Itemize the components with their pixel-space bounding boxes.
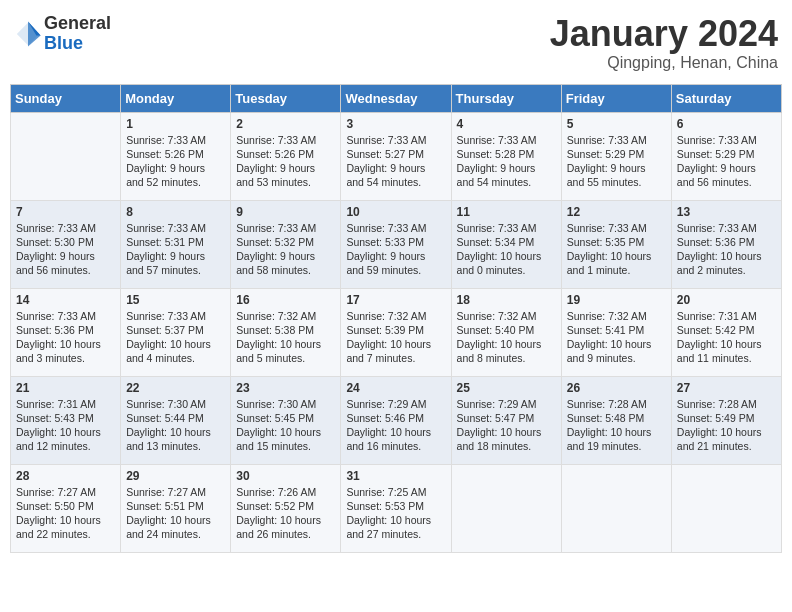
calendar-day-cell: 19Sunrise: 7:32 AM Sunset: 5:41 PM Dayli… (561, 288, 671, 376)
day-info: Sunrise: 7:31 AM Sunset: 5:43 PM Dayligh… (16, 397, 115, 454)
calendar-day-cell: 21Sunrise: 7:31 AM Sunset: 5:43 PM Dayli… (11, 376, 121, 464)
day-info: Sunrise: 7:33 AM Sunset: 5:33 PM Dayligh… (346, 221, 445, 278)
day-info: Sunrise: 7:30 AM Sunset: 5:45 PM Dayligh… (236, 397, 335, 454)
day-number: 26 (567, 381, 666, 395)
day-number: 31 (346, 469, 445, 483)
calendar-day-cell: 12Sunrise: 7:33 AM Sunset: 5:35 PM Dayli… (561, 200, 671, 288)
day-info: Sunrise: 7:32 AM Sunset: 5:39 PM Dayligh… (346, 309, 445, 366)
day-number: 13 (677, 205, 776, 219)
day-number: 7 (16, 205, 115, 219)
calendar-day-cell (561, 464, 671, 552)
calendar-day-cell: 24Sunrise: 7:29 AM Sunset: 5:46 PM Dayli… (341, 376, 451, 464)
calendar-day-cell: 1Sunrise: 7:33 AM Sunset: 5:26 PM Daylig… (121, 112, 231, 200)
day-info: Sunrise: 7:26 AM Sunset: 5:52 PM Dayligh… (236, 485, 335, 542)
day-info: Sunrise: 7:27 AM Sunset: 5:50 PM Dayligh… (16, 485, 115, 542)
logo-text: General Blue (44, 14, 111, 54)
day-info: Sunrise: 7:25 AM Sunset: 5:53 PM Dayligh… (346, 485, 445, 542)
weekday-header: Tuesday (231, 84, 341, 112)
calendar-day-cell (451, 464, 561, 552)
day-info: Sunrise: 7:33 AM Sunset: 5:29 PM Dayligh… (567, 133, 666, 190)
weekday-header: Monday (121, 84, 231, 112)
day-number: 8 (126, 205, 225, 219)
calendar-day-cell: 9Sunrise: 7:33 AM Sunset: 5:32 PM Daylig… (231, 200, 341, 288)
day-info: Sunrise: 7:30 AM Sunset: 5:44 PM Dayligh… (126, 397, 225, 454)
day-number: 29 (126, 469, 225, 483)
calendar-table: SundayMondayTuesdayWednesdayThursdayFrid… (10, 84, 782, 553)
calendar-header: SundayMondayTuesdayWednesdayThursdayFrid… (11, 84, 782, 112)
day-number: 27 (677, 381, 776, 395)
calendar-day-cell: 3Sunrise: 7:33 AM Sunset: 5:27 PM Daylig… (341, 112, 451, 200)
calendar-week-row: 7Sunrise: 7:33 AM Sunset: 5:30 PM Daylig… (11, 200, 782, 288)
calendar-day-cell: 2Sunrise: 7:33 AM Sunset: 5:26 PM Daylig… (231, 112, 341, 200)
calendar-day-cell: 18Sunrise: 7:32 AM Sunset: 5:40 PM Dayli… (451, 288, 561, 376)
day-info: Sunrise: 7:32 AM Sunset: 5:41 PM Dayligh… (567, 309, 666, 366)
calendar-week-row: 28Sunrise: 7:27 AM Sunset: 5:50 PM Dayli… (11, 464, 782, 552)
calendar-day-cell: 4Sunrise: 7:33 AM Sunset: 5:28 PM Daylig… (451, 112, 561, 200)
day-info: Sunrise: 7:33 AM Sunset: 5:28 PM Dayligh… (457, 133, 556, 190)
day-number: 4 (457, 117, 556, 131)
calendar-day-cell: 8Sunrise: 7:33 AM Sunset: 5:31 PM Daylig… (121, 200, 231, 288)
calendar-day-cell: 30Sunrise: 7:26 AM Sunset: 5:52 PM Dayli… (231, 464, 341, 552)
day-info: Sunrise: 7:33 AM Sunset: 5:35 PM Dayligh… (567, 221, 666, 278)
logo-blue-text: Blue (44, 34, 111, 54)
calendar-day-cell: 26Sunrise: 7:28 AM Sunset: 5:48 PM Dayli… (561, 376, 671, 464)
calendar-day-cell: 29Sunrise: 7:27 AM Sunset: 5:51 PM Dayli… (121, 464, 231, 552)
location-title: Qingping, Henan, China (550, 54, 778, 72)
calendar-day-cell: 16Sunrise: 7:32 AM Sunset: 5:38 PM Dayli… (231, 288, 341, 376)
calendar-day-cell: 31Sunrise: 7:25 AM Sunset: 5:53 PM Dayli… (341, 464, 451, 552)
calendar-day-cell: 22Sunrise: 7:30 AM Sunset: 5:44 PM Dayli… (121, 376, 231, 464)
day-number: 12 (567, 205, 666, 219)
calendar-day-cell: 23Sunrise: 7:30 AM Sunset: 5:45 PM Dayli… (231, 376, 341, 464)
day-number: 11 (457, 205, 556, 219)
weekday-header: Saturday (671, 84, 781, 112)
day-number: 2 (236, 117, 335, 131)
day-number: 30 (236, 469, 335, 483)
calendar-day-cell (11, 112, 121, 200)
calendar-body: 1Sunrise: 7:33 AM Sunset: 5:26 PM Daylig… (11, 112, 782, 552)
calendar-day-cell: 13Sunrise: 7:33 AM Sunset: 5:36 PM Dayli… (671, 200, 781, 288)
day-info: Sunrise: 7:29 AM Sunset: 5:47 PM Dayligh… (457, 397, 556, 454)
day-number: 16 (236, 293, 335, 307)
day-info: Sunrise: 7:33 AM Sunset: 5:32 PM Dayligh… (236, 221, 335, 278)
calendar-day-cell: 28Sunrise: 7:27 AM Sunset: 5:50 PM Dayli… (11, 464, 121, 552)
day-number: 19 (567, 293, 666, 307)
calendar-day-cell: 10Sunrise: 7:33 AM Sunset: 5:33 PM Dayli… (341, 200, 451, 288)
logo-icon (14, 20, 42, 48)
day-number: 6 (677, 117, 776, 131)
calendar-day-cell: 27Sunrise: 7:28 AM Sunset: 5:49 PM Dayli… (671, 376, 781, 464)
day-info: Sunrise: 7:33 AM Sunset: 5:26 PM Dayligh… (126, 133, 225, 190)
weekday-header: Friday (561, 84, 671, 112)
day-number: 21 (16, 381, 115, 395)
day-info: Sunrise: 7:28 AM Sunset: 5:48 PM Dayligh… (567, 397, 666, 454)
day-info: Sunrise: 7:32 AM Sunset: 5:38 PM Dayligh… (236, 309, 335, 366)
day-number: 22 (126, 381, 225, 395)
day-info: Sunrise: 7:33 AM Sunset: 5:36 PM Dayligh… (16, 309, 115, 366)
day-number: 24 (346, 381, 445, 395)
day-info: Sunrise: 7:33 AM Sunset: 5:30 PM Dayligh… (16, 221, 115, 278)
day-info: Sunrise: 7:32 AM Sunset: 5:40 PM Dayligh… (457, 309, 556, 366)
logo: General Blue (14, 14, 111, 54)
calendar-day-cell: 15Sunrise: 7:33 AM Sunset: 5:37 PM Dayli… (121, 288, 231, 376)
month-title: January 2024 (550, 14, 778, 54)
day-number: 9 (236, 205, 335, 219)
calendar-day-cell: 11Sunrise: 7:33 AM Sunset: 5:34 PM Dayli… (451, 200, 561, 288)
calendar-day-cell: 14Sunrise: 7:33 AM Sunset: 5:36 PM Dayli… (11, 288, 121, 376)
day-info: Sunrise: 7:33 AM Sunset: 5:31 PM Dayligh… (126, 221, 225, 278)
calendar-day-cell: 17Sunrise: 7:32 AM Sunset: 5:39 PM Dayli… (341, 288, 451, 376)
day-number: 25 (457, 381, 556, 395)
day-number: 5 (567, 117, 666, 131)
title-area: January 2024 Qingping, Henan, China (550, 14, 778, 72)
calendar-day-cell: 25Sunrise: 7:29 AM Sunset: 5:47 PM Dayli… (451, 376, 561, 464)
day-number: 18 (457, 293, 556, 307)
calendar-day-cell: 7Sunrise: 7:33 AM Sunset: 5:30 PM Daylig… (11, 200, 121, 288)
day-info: Sunrise: 7:29 AM Sunset: 5:46 PM Dayligh… (346, 397, 445, 454)
day-info: Sunrise: 7:27 AM Sunset: 5:51 PM Dayligh… (126, 485, 225, 542)
day-number: 28 (16, 469, 115, 483)
day-number: 20 (677, 293, 776, 307)
day-number: 23 (236, 381, 335, 395)
logo-general: General (44, 14, 111, 34)
weekday-row: SundayMondayTuesdayWednesdayThursdayFrid… (11, 84, 782, 112)
day-info: Sunrise: 7:33 AM Sunset: 5:34 PM Dayligh… (457, 221, 556, 278)
day-number: 17 (346, 293, 445, 307)
day-number: 14 (16, 293, 115, 307)
